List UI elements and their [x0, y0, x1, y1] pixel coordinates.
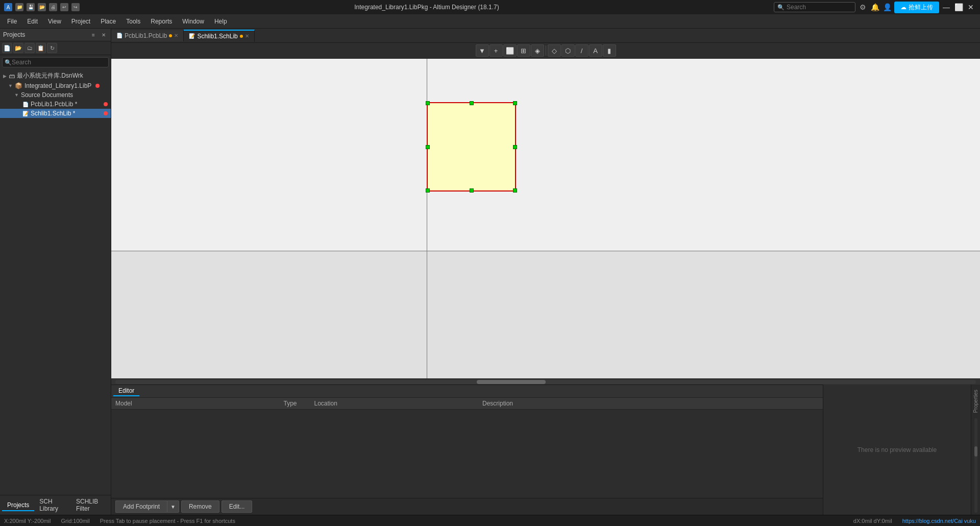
menu-bar: File Edit View Project Place Tools Repor… [0, 14, 980, 29]
notification-icon[interactable]: 🔔 [870, 2, 880, 12]
refresh-button[interactable]: ↻ [47, 43, 57, 53]
status-link[interactable]: https://blog.csdn.net/Cai vuku [902, 518, 976, 524]
right-scrollbar-thumb[interactable] [974, 446, 977, 457]
poly-btn[interactable]: ⬡ [561, 44, 575, 57]
menu-view[interactable]: View [43, 16, 66, 27]
component-box[interactable] [427, 102, 516, 192]
source-docs-label: Source Documents [21, 91, 73, 99]
horizontal-scrollbar[interactable] [111, 378, 980, 385]
working-area [111, 59, 980, 251]
editor-toolbar: ▼ + ⬜ ⊞ ◈ ◇ ⬡ / A ▮ [111, 43, 980, 59]
properties-label[interactable]: Properties [972, 387, 979, 416]
handle-top-right[interactable] [513, 101, 517, 105]
pcblib-icon: 📄 [22, 102, 29, 107]
handle-top-mid[interactable] [470, 101, 474, 105]
open-project-button[interactable]: 📂 [13, 43, 23, 53]
panel-menu-icon[interactable]: ≡ [89, 31, 97, 39]
menu-place[interactable]: Place [95, 16, 121, 27]
status-link-suffix: vuku [964, 518, 976, 524]
doc-tab-pcblib[interactable]: 📄 PcbLib1.PcbLib ✕ [111, 30, 184, 41]
handle-mid-right[interactable] [513, 145, 517, 149]
tree-pcblib1[interactable]: 📄 PcbLib1.PcbLib * [0, 100, 111, 109]
global-search-input[interactable] [787, 4, 848, 11]
status-message: Press Tab to pause placement - Press F1 … [100, 518, 843, 524]
add-footprint-button[interactable]: Add Footprint [115, 500, 167, 513]
canvas-area[interactable] [111, 59, 980, 378]
tb-icon-4: 🖨 [49, 3, 57, 11]
menu-edit[interactable]: Edit [22, 16, 43, 27]
handle-bot-right[interactable] [513, 188, 517, 193]
tab-sch-library[interactable]: SCH Library [34, 496, 71, 515]
menu-reports[interactable]: Reports [145, 16, 177, 27]
scrollbar-thumb[interactable] [477, 380, 546, 384]
handle-bot-left[interactable] [426, 188, 430, 193]
grid-btn[interactable]: ⊞ [517, 44, 530, 57]
right-scrollbar[interactable] [974, 418, 977, 513]
document-tabs: 📄 PcbLib1.PcbLib ✕ 📝 Schlib1.SchLib ✕ [111, 29, 980, 43]
title-right: 🔍 ⚙ 🔔 👤 ☁ 抢鲜上传 — ⬜ ✕ [774, 2, 976, 13]
pcblib-label: PcbLib1.PcbLib * [31, 101, 77, 108]
snap-btn[interactable]: ◈ [531, 44, 544, 57]
tab-projects[interactable]: Projects [2, 500, 34, 511]
add-footprint-dropdown[interactable]: ▼ [167, 500, 179, 513]
app-title: Integrated_Library1.LibPkg - Altium Desi… [80, 4, 774, 11]
handle-top-left[interactable] [426, 101, 430, 105]
panel-search-icon: 🔍 [5, 59, 12, 66]
pcblib-tab-icon: 📄 [116, 33, 122, 38]
global-search-box[interactable]: 🔍 [774, 2, 855, 12]
menu-tools[interactable]: Tools [121, 16, 145, 27]
panel-toolbar: 📄 📂 🗂 📋 ↻ [0, 41, 111, 55]
menu-help[interactable]: Help [209, 16, 232, 27]
menu-file[interactable]: File [2, 16, 22, 27]
tree-workspace[interactable]: ▶ 🗃 最小系统元件库.DsnWrk [0, 70, 111, 81]
upload-button[interactable]: ☁ 抢鲜上传 [894, 2, 939, 13]
handle-mid-left[interactable] [426, 145, 430, 149]
chevron-down-icon-3: ▼ [14, 92, 19, 98]
main-layout: Projects ≡ ✕ 📄 📂 🗂 📋 ↻ 🔍 ▶ 🗃 最小系统元件库.Dsn… [0, 29, 980, 515]
tree-schlib1[interactable]: 📝 Schlib1.SchLib * [0, 109, 111, 118]
toolbar-separator-1 [546, 45, 546, 56]
schlib-tab-close[interactable]: ✕ [245, 33, 249, 39]
title-left: A 📁 💾 📂 🖨 ↩ ↪ [4, 3, 80, 11]
shape-btn[interactable]: ◇ [548, 44, 561, 57]
redo-icon[interactable]: ↪ [71, 3, 80, 11]
undo-icon[interactable]: ↩ [60, 3, 68, 11]
tab-schlib-filter[interactable]: SCHLIB Filter [71, 496, 111, 515]
minimize-button[interactable]: — [941, 2, 951, 12]
panel-close-icon[interactable]: ✕ [100, 31, 108, 39]
handle-bot-mid[interactable] [470, 188, 474, 193]
schlib-label: Schlib1.SchLib * [31, 110, 75, 117]
open-workspace-button[interactable]: 📋 [36, 43, 46, 53]
action-bar: Add Footprint ▼ Remove Edit... [111, 498, 823, 515]
panel-search-input[interactable] [12, 59, 106, 66]
menu-window[interactable]: Window [177, 16, 209, 27]
project-error-badge [95, 84, 100, 88]
new-project-button[interactable]: 📄 [2, 43, 12, 53]
coord-x: X:200mil Y:-200mil [4, 518, 51, 524]
doc-tab-schlib[interactable]: 📝 Schlib1.SchLib ✕ [184, 30, 254, 42]
tree-source-docs[interactable]: ▼ Source Documents [0, 90, 111, 100]
tree-project[interactable]: ▼ 📦 Integrated_Library1.LibP [0, 81, 111, 90]
filter-btn[interactable]: ▼ [476, 44, 489, 57]
title-bar: A 📁 💾 📂 🖨 ↩ ↪ Integrated_Library1.LibPkg… [0, 0, 980, 14]
col-location: Location [314, 400, 483, 407]
pcblib-tab-close[interactable]: ✕ [174, 33, 178, 38]
text-btn[interactable]: A [589, 44, 602, 57]
open-folder-button[interactable]: 🗂 [24, 43, 35, 53]
remove-button[interactable]: Remove [181, 500, 219, 513]
close-button[interactable]: ✕ [966, 2, 976, 12]
editor-panel-tabs: Editor [111, 385, 823, 398]
edit-button[interactable]: Edit... [222, 500, 253, 513]
fill-btn[interactable]: ▮ [603, 44, 616, 57]
panel-search-box[interactable]: 🔍 [2, 57, 109, 67]
col-model: Model [115, 400, 284, 407]
line-btn[interactable]: / [575, 44, 589, 57]
add-btn[interactable]: + [489, 44, 503, 57]
settings-icon[interactable]: ⚙ [857, 2, 868, 12]
tab-editor[interactable]: Editor [113, 386, 139, 396]
user-icon[interactable]: 👤 [882, 2, 892, 12]
menu-project[interactable]: Project [66, 16, 95, 27]
rect-btn[interactable]: ⬜ [503, 44, 517, 57]
schlib-icon: 📝 [22, 111, 29, 116]
restore-button[interactable]: ⬜ [953, 2, 964, 12]
